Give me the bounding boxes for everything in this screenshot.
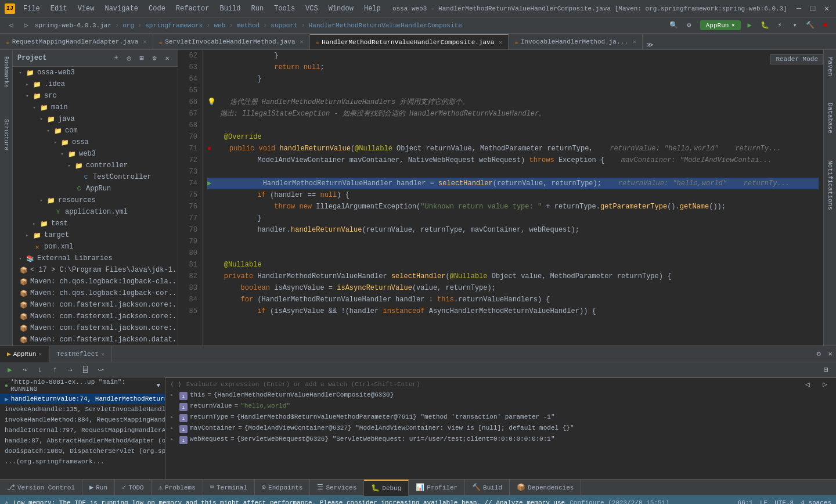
tree-arrow-6[interactable]: ▾	[52, 139, 58, 146]
debug-tab-apprun-close[interactable]: ✕	[38, 351, 42, 358]
menu-file[interactable]: File	[19, 3, 45, 14]
tree-item-21[interactable]: 📦 Maven: com.fasterxml.jackson.core:...	[13, 311, 178, 322]
tree-item-5[interactable]: ▾ 📁 com	[13, 125, 178, 136]
forward-button[interactable]: ▷	[20, 19, 33, 32]
tree-item-23[interactable]: 📦 Maven: com.fasterxml.jackson.datat...	[13, 334, 178, 345]
build-icon[interactable]: 🔨	[803, 19, 816, 32]
close-button[interactable]: ✕	[822, 4, 831, 13]
menu-edit[interactable]: Edit	[46, 3, 72, 14]
code-line-71[interactable]: ● public void handleReturnValue(@Nullabl…	[207, 143, 819, 154]
menu-view[interactable]: View	[73, 3, 99, 14]
code-line-73[interactable]	[207, 166, 819, 178]
tree-arrow-14[interactable]: ▸	[24, 232, 30, 239]
code-line-80[interactable]	[207, 247, 819, 259]
structure-icon[interactable]: Structure	[1, 117, 11, 152]
debug-frame-1[interactable]: invokeAndHandle:135, ServletInvocableHan…	[0, 404, 165, 415]
tree-item-7[interactable]: ▾ 📁 web3	[13, 148, 178, 160]
tree-item-6[interactable]: ▾ 📁 ossa	[13, 136, 178, 148]
menu-vcs[interactable]: VCS	[301, 3, 323, 14]
menu-run[interactable]: Run	[246, 3, 268, 14]
code-line-70[interactable]: @Override	[207, 131, 819, 143]
code-line-75[interactable]: if (handler == null) {	[207, 189, 819, 201]
breadcrumb-support[interactable]: support	[271, 22, 297, 29]
run-dropdown-icon[interactable]: ▾	[731, 21, 735, 29]
step-out-button[interactable]: ↑	[49, 364, 62, 376]
debug-settings-icon[interactable]: ⚙	[813, 348, 824, 360]
debug-frame-5[interactable]: doDispatch:1080, DispatcherServlet (org.…	[0, 446, 165, 456]
bottom-tab-problems[interactable]: ⚠Problems	[152, 480, 203, 496]
tree-item-1[interactable]: ▸ 📁 .idea	[13, 78, 178, 90]
tree-item-15[interactable]: ✕ pom.xml	[13, 241, 178, 253]
tab-close-3[interactable]: ✕	[633, 38, 636, 45]
notifications-panel-icon[interactable]: Notifications	[826, 158, 835, 213]
tree-arrow-2[interactable]: ▾	[24, 93, 30, 99]
tree-item-3[interactable]: ▾ 📁 main	[13, 102, 178, 113]
code-content[interactable]: } return null; }💡 送代注册 HandlerMethodRetu…	[203, 50, 823, 345]
code-line-76[interactable]: throw new IllegalArgumentException("Unkn…	[207, 201, 819, 213]
tree-arrow-13[interactable]: ▸	[31, 221, 37, 227]
bottom-tab-build[interactable]: 🔨Build	[465, 480, 510, 496]
code-line-74[interactable]: ▶ HandlerMethodReturnValueHandler handle…	[207, 178, 819, 189]
eval-prev-icon[interactable]: ◁	[801, 379, 814, 390]
tree-item-10[interactable]: C AppRun	[13, 183, 178, 195]
bottom-tab-services[interactable]: ☰Services	[310, 480, 364, 496]
breadcrumb-web[interactable]: web	[214, 22, 225, 29]
tree-arrow-3[interactable]: ▾	[31, 105, 37, 111]
code-line-79[interactable]	[207, 236, 819, 247]
breadcrumb-method[interactable]: method	[237, 22, 260, 29]
tree-item-18[interactable]: 📦 Maven: ch.qos.logback:logback-cla...	[13, 276, 178, 287]
menu-build[interactable]: Build	[215, 3, 245, 14]
breakpoint-icon[interactable]: ●	[207, 145, 211, 153]
var-expand-3[interactable]: ▸	[170, 424, 177, 431]
tree-item-0[interactable]: ▾ 📁 ossa-web3	[13, 67, 178, 78]
run-to-cursor-button[interactable]: ⇢	[64, 364, 77, 376]
configure-link[interactable]: Configure (2023/2/8 15:51)	[570, 499, 669, 505]
editor-tab-1[interactable]: ☕ServletInvocableHandlerMethod.java✕	[153, 34, 310, 49]
evaluate-button[interactable]: ⌸	[79, 364, 92, 376]
code-line-66[interactable]: 💡 送代注册 HandlerMethodReturnValueHandlers …	[207, 96, 819, 108]
bottom-tab-version-control[interactable]: ⎇Version Control	[0, 480, 82, 496]
locate-file-button[interactable]: ◎	[123, 52, 135, 64]
code-line-82[interactable]: private HandlerMethodReturnValueHandler …	[207, 271, 819, 282]
code-line-85[interactable]: if (isAsyncValue && !(handler instanceof…	[207, 305, 819, 317]
tree-arrow-8[interactable]: ▾	[66, 163, 72, 169]
tree-item-2[interactable]: ▾ 📁 src	[13, 90, 178, 102]
debug-var-1[interactable]: i returnValue = "hello,world"	[165, 401, 836, 412]
menu-window[interactable]: Window	[324, 3, 358, 14]
bottom-tab-endpoints[interactable]: ⊙Endpoints	[255, 480, 311, 496]
settings-icon[interactable]: ⚙	[683, 19, 696, 32]
tree-arrow-1[interactable]: ▸	[24, 81, 30, 88]
debug-icon[interactable]: 🐛	[758, 19, 771, 32]
settings-gear-icon[interactable]: ⚙	[149, 52, 160, 64]
tree-arrow-7[interactable]: ▾	[59, 151, 65, 157]
bottom-tab-dependencies[interactable]: 📦Dependencies	[510, 480, 581, 496]
code-line-72[interactable]: ModelAndViewContainer mavContainer, Nati…	[207, 154, 819, 166]
close-sidebar-button[interactable]: ✕	[161, 52, 173, 64]
tree-arrow-16[interactable]: ▾	[17, 255, 23, 262]
breadcrumb-jar[interactable]: spring-web-6.0.3.jar	[35, 22, 111, 29]
back-button[interactable]: ◁	[5, 19, 17, 32]
maven-panel-icon[interactable]: Maven	[826, 55, 835, 78]
code-line-68[interactable]	[207, 120, 819, 131]
coverage-icon[interactable]: ⚡	[773, 19, 786, 32]
tree-arrow-0[interactable]: ▾	[17, 70, 23, 76]
stop-icon[interactable]: ■	[819, 19, 831, 32]
breadcrumb-springframework[interactable]: springframework	[145, 22, 203, 29]
code-editor[interactable]: 6263646566676870717273747576777879808182…	[178, 50, 823, 345]
tab-close-2[interactable]: ✕	[499, 39, 502, 46]
tree-item-20[interactable]: 📦 Maven: com.fasterxml.jackson.core:...	[13, 299, 178, 311]
code-line-77[interactable]: }	[207, 213, 819, 224]
var-expand-4[interactable]: ▸	[170, 435, 177, 442]
run-button[interactable]: AppRun ▾	[700, 20, 741, 30]
editor-tab-3[interactable]: ☕InvocableHandlerMethod.ja...✕	[509, 34, 643, 49]
tree-arrow-4[interactable]: ▾	[38, 116, 44, 123]
code-line-65[interactable]	[207, 85, 819, 96]
bottom-tab-todo[interactable]: ✓TODO	[115, 480, 152, 496]
code-line-84[interactable]: for (HandlerMethodReturnValueHandler han…	[207, 294, 819, 305]
database-panel-icon[interactable]: Database	[826, 100, 835, 136]
thread-filter-icon[interactable]: ▼	[156, 382, 160, 389]
debug-tab-apprun[interactable]: ▶ AppRun ✕	[0, 346, 49, 362]
tree-item-11[interactable]: ▾ 📁 resources	[13, 195, 178, 206]
tree-item-16[interactable]: ▾ 📚 External Libraries	[13, 253, 178, 264]
add-file-button[interactable]: +	[110, 52, 122, 64]
